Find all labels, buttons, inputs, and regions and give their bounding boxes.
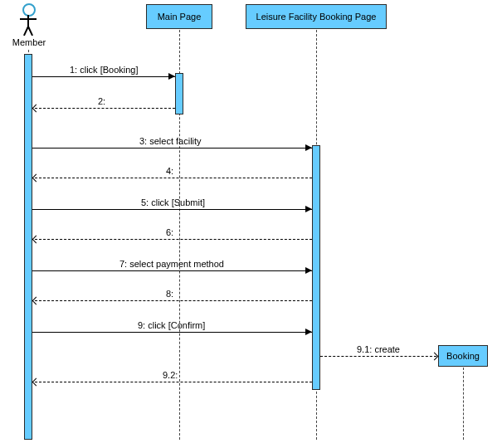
actor-head-icon [22, 3, 36, 17]
arrow-right-icon [305, 144, 312, 151]
sequence-diagram: Member Main Page Leisure Facility Bookin… [0, 0, 502, 448]
message-2-label: 2: [98, 96, 105, 106]
arrow-left-open-icon [32, 236, 41, 244]
message-9-line [32, 332, 312, 333]
message-9-1-label: 9.1: create [357, 344, 400, 354]
arrow-right-icon [305, 206, 312, 212]
lifeline-booking-object [463, 368, 464, 440]
arrow-right-open-icon [431, 353, 439, 361]
message-1-line [32, 76, 175, 77]
message-9-2-label: 9.2: [163, 370, 178, 380]
arrow-left-open-icon [32, 105, 41, 113]
participant-label: Booking [446, 351, 480, 361]
activation-main-page [175, 73, 183, 114]
participant-booking-page: Leisure Facility Booking Page [246, 4, 387, 29]
message-7-label: 7: select payment method [119, 259, 224, 269]
message-5-label: 5: click [Submit] [141, 197, 205, 207]
participant-main-page: Main Page [146, 4, 212, 29]
arrow-right-icon [168, 73, 175, 80]
arrow-right-icon [305, 329, 312, 335]
arrow-right-icon [305, 267, 312, 274]
message-1-label: 1: click [Booking] [70, 65, 139, 75]
message-9-label: 9: click [Confirm] [138, 320, 205, 330]
actor-leg-right-icon [27, 27, 33, 37]
message-5-line [32, 209, 312, 210]
message-7-line [32, 270, 312, 271]
message-3-label: 3: select facility [139, 136, 202, 146]
participant-label: Main Page [158, 12, 202, 22]
actor-body-icon [27, 15, 29, 27]
message-9-1-line [320, 356, 436, 357]
participant-booking-object: Booking [438, 345, 488, 367]
arrow-left-open-icon [32, 378, 41, 387]
message-9-2-line [35, 382, 312, 382]
message-4-line [35, 178, 312, 178]
message-2-line [35, 108, 175, 109]
participant-label: Leisure Facility Booking Page [256, 12, 377, 22]
message-8-line [35, 300, 312, 301]
activation-booking-page [312, 145, 320, 390]
arrow-left-open-icon [32, 297, 41, 305]
actor-label: Member [7, 37, 51, 47]
message-6-label: 6: [166, 227, 173, 237]
actor-arms-icon [20, 18, 37, 20]
message-4-label: 4: [166, 166, 173, 176]
message-3-line [32, 148, 312, 149]
arrow-left-open-icon [32, 174, 41, 183]
message-8-label: 8: [166, 289, 173, 299]
message-6-line [35, 239, 312, 240]
